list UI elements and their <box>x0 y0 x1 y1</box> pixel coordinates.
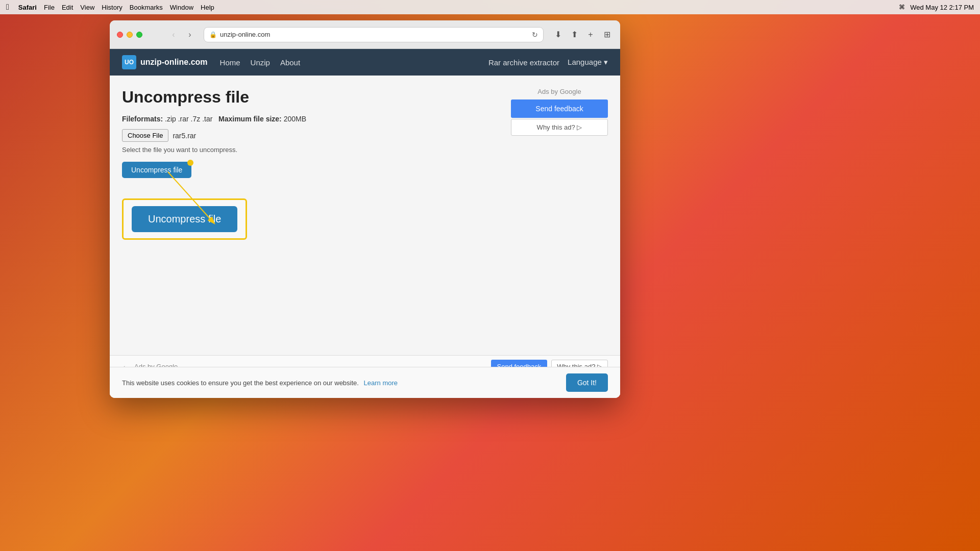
menu-window[interactable]: Window <box>170 4 193 11</box>
page-title: Uncompress file <box>122 88 499 107</box>
menu-edit[interactable]: Edit <box>62 4 73 11</box>
why-this-ad-button[interactable]: Why this ad? ▷ <box>511 119 608 136</box>
learn-more-link[interactable]: Learn more <box>364 379 398 387</box>
download-icon[interactable]: ⬇ <box>552 29 564 41</box>
menu-history[interactable]: History <box>102 4 122 11</box>
send-feedback-button[interactable]: Send feedback <box>511 99 608 118</box>
site-nav-right: Rar archive extractor Language ▾ <box>488 58 608 67</box>
maxsize-value: 200MB <box>284 115 306 123</box>
tab-overview-icon[interactable]: ⊞ <box>601 29 613 41</box>
wifi-icon: ⌘ <box>899 4 905 11</box>
uncompress-button[interactable]: Uncompress file <box>122 162 191 178</box>
maxsize-label: Maximum file size: <box>218 115 282 123</box>
nav-home[interactable]: Home <box>220 58 240 67</box>
browser-actions: ⬇ ⬆ + ⊞ <box>552 29 613 41</box>
app-name[interactable]: Safari <box>18 4 37 11</box>
address-bar[interactable]: 🔒 unzip-online.com ↻ <box>204 27 544 42</box>
menu-file[interactable]: File <box>44 4 55 11</box>
nav-unzip[interactable]: Unzip <box>251 58 270 67</box>
file-input-row: Choose File rar5.rar <box>122 129 499 142</box>
apple-menu[interactable]:  <box>6 3 9 12</box>
website-content: UO unzip-online.com Home Unzip About Rar… <box>110 49 620 398</box>
site-logo: UO unzip-online.com <box>122 55 208 69</box>
site-nav-links: Home Unzip About <box>220 58 301 67</box>
fileformats-row: Fileformats: .zip .rar .7z .tar Maximum … <box>122 115 499 123</box>
menubar:  Safari File Edit View History Bookmark… <box>0 0 980 14</box>
minimize-button[interactable] <box>127 32 133 38</box>
logo-icon: UO <box>122 55 136 69</box>
menu-bookmarks[interactable]: Bookmarks <box>130 4 163 11</box>
close-button[interactable] <box>117 32 123 38</box>
reload-icon[interactable]: ↻ <box>532 31 538 39</box>
fileformats-value: .zip .rar .7z .tar <box>165 115 212 123</box>
cookie-banner: This website uses cookies to ensure you … <box>110 367 620 398</box>
main-content: Uncompress file Fileformats: .zip .rar .… <box>110 76 620 355</box>
file-hint: Select the file you want to uncompress. <box>122 146 499 154</box>
logo-text: unzip-online.com <box>140 58 208 67</box>
uncompress-button-zoomed[interactable]: Uncompress file <box>132 206 237 232</box>
choose-file-button[interactable]: Choose File <box>122 129 168 142</box>
menu-view[interactable]: View <box>80 4 94 11</box>
ads-sidebar: Ads by Google Send feedback Why this ad?… <box>511 88 608 343</box>
menubar-clock: Wed May 12 2:17 PM <box>910 4 974 11</box>
filename-display: rar5.rar <box>173 132 196 140</box>
traffic-lights <box>117 32 142 38</box>
nav-rar-extractor[interactable]: Rar archive extractor <box>488 58 559 67</box>
got-it-button[interactable]: Got It! <box>566 373 608 392</box>
share-icon[interactable]: ⬆ <box>568 29 580 41</box>
site-navbar: UO unzip-online.com Home Unzip About Rar… <box>110 49 620 76</box>
fileformats-label: Fileformats: <box>122 115 163 123</box>
back-button[interactable]: ‹ <box>168 29 179 40</box>
menubar-right: ⌘ Wed May 12 2:17 PM <box>899 4 974 11</box>
ads-label: Ads by Google <box>511 88 608 95</box>
browser-toolbar: ‹ › 🔒 unzip-online.com ↻ ⬇ ⬆ + ⊞ <box>110 20 620 49</box>
notification-dot <box>187 160 193 166</box>
language-dropdown[interactable]: Language ▾ <box>568 58 608 67</box>
content-left: Uncompress file Fileformats: .zip .rar .… <box>122 88 499 343</box>
browser-window: ‹ › 🔒 unzip-online.com ↻ ⬇ ⬆ + ⊞ UO unzi… <box>110 20 620 398</box>
forward-button[interactable]: › <box>184 29 195 40</box>
nav-about[interactable]: About <box>280 58 300 67</box>
new-tab-icon[interactable]: + <box>584 29 597 41</box>
zoom-highlight-box: Uncompress file <box>122 198 247 240</box>
sidebar-toggle-button[interactable] <box>151 31 161 38</box>
lock-icon: 🔒 <box>209 31 217 38</box>
cookie-text: This website uses cookies to ensure you … <box>122 379 558 387</box>
fullscreen-button[interactable] <box>136 32 142 38</box>
url-display: unzip-online.com <box>220 31 270 38</box>
menu-help[interactable]: Help <box>201 4 214 11</box>
